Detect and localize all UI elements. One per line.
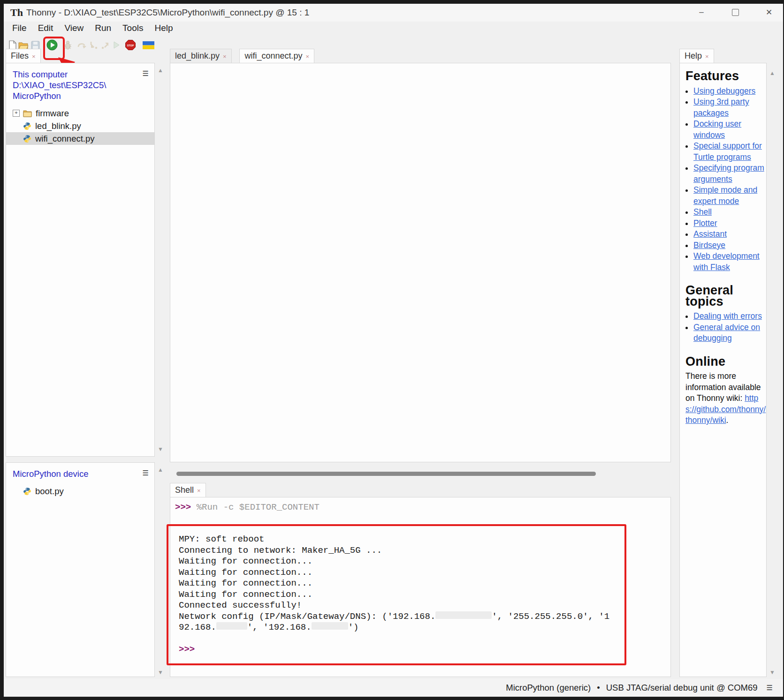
tree-item-boot-py[interactable]: boot.py [6, 485, 154, 497]
help-link-dealing-with-errors[interactable]: Dealing with errors [693, 311, 762, 321]
help-content: FeaturesUsing debuggersUsing 3rd party p… [685, 66, 766, 426]
help-link-list: Dealing with errorsGeneral advice on deb… [685, 311, 766, 344]
tree-item-firmware[interactable]: +firmware [6, 107, 154, 120]
step-over-icon [77, 41, 87, 51]
tree-item-led_blink-py[interactable]: led_blink.py [6, 120, 154, 132]
run-script-button[interactable] [46, 40, 58, 52]
menu-item-view[interactable]: View [59, 23, 89, 33]
help-link-plotter[interactable]: Plotter [693, 218, 717, 228]
menu-item-help[interactable]: Help [149, 23, 178, 33]
help-link-assistant[interactable]: Assistant [693, 229, 727, 239]
menu-bar: FileEditViewRunToolsHelp [4, 22, 783, 35]
shell-panel[interactable]: >>> %Run -c $EDITOR_CONTENT MPY: soft re… [170, 497, 671, 677]
help-link-using-3rd-party-packages[interactable]: Using 3rd party packages [693, 97, 749, 118]
close-icon[interactable]: × [32, 53, 36, 60]
help-link-specifying-program-arguments[interactable]: Specifying program arguments [693, 163, 764, 184]
scroll-down-icon[interactable]: ▼ [156, 669, 165, 676]
help-list-item: Web development with Flask [693, 251, 766, 273]
shell-output-line: Waiting for connection... [179, 556, 609, 567]
shell-text: 92.168. [179, 622, 216, 632]
current-path-line2[interactable]: MicroPython [13, 90, 148, 101]
tab-help[interactable]: Help × [679, 49, 714, 63]
help-heading: General topics [685, 285, 766, 307]
debug-script-button-disabled [62, 40, 73, 52]
help-link-birdseye[interactable]: Birdseye [693, 241, 725, 250]
help-link-docking-user-windows[interactable]: Docking user windows [693, 119, 741, 140]
shell-blank-line [179, 633, 609, 645]
menu-item-tools[interactable]: Tools [117, 23, 149, 33]
close-icon[interactable]: × [223, 53, 227, 60]
expand-icon[interactable]: + [13, 110, 20, 117]
scroll-down-icon[interactable]: ▼ [156, 445, 165, 453]
tab-wifi_connect-py[interactable]: wifi_connect.py× [239, 49, 314, 63]
help-paragraph: There is more information available on T… [685, 371, 766, 426]
help-list-item: Assistant [693, 229, 766, 240]
minimize-button[interactable]: – [694, 6, 709, 19]
status-bar: MicroPython (generic) • USB JTAG/serial … [4, 679, 783, 697]
help-link-web-development-with-flask[interactable]: Web development with Flask [693, 251, 760, 272]
menu-item-run[interactable]: Run [89, 23, 117, 33]
tab-shell[interactable]: Shell × [170, 483, 206, 497]
python-icon [23, 122, 31, 130]
shell-prompt: >>> [175, 502, 191, 512]
shell-command-line: >>> %Run -c $EDITOR_CONTENT [175, 502, 320, 512]
shell-output-line: Connected successfully! [179, 600, 609, 611]
help-link-general-advice-on-debugging[interactable]: General advice on debugging [693, 323, 760, 343]
device-menu-icon[interactable]: ☰ [143, 467, 149, 478]
help-list-item: Dealing with errors [693, 311, 766, 322]
step-into-icon [89, 41, 99, 51]
shell-text: Waiting for connection... [179, 578, 312, 588]
help-link-special-support-for-turtle-programs[interactable]: Special support for Turtle programs [693, 141, 762, 162]
interpreter-label[interactable]: MicroPython (generic) [506, 683, 591, 693]
tab-files[interactable]: Files × [6, 49, 41, 63]
help-list-item: Docking user windows [693, 119, 766, 141]
device-panel-title: MicroPython device [13, 468, 148, 479]
device-tree: boot.py [6, 485, 154, 497]
help-list-item: Specifying program arguments [693, 163, 766, 185]
shell-output-line: MPY: soft reboot [179, 534, 609, 545]
help-suffix: . [726, 415, 729, 425]
close-icon[interactable]: × [705, 53, 709, 60]
stop-restart-button[interactable]: STOP [125, 40, 136, 52]
status-menu-icon[interactable]: ☰ [767, 684, 773, 692]
current-path-line1[interactable]: D:\XIAO_test\ESP32C5\ [13, 80, 148, 90]
redacted-value [312, 622, 348, 630]
desktop-edge-top [0, 0, 784, 4]
close-icon[interactable]: × [197, 487, 201, 494]
help-link-simple-mode-and-expert-mode[interactable]: Simple mode and expert mode [693, 185, 757, 206]
help-link-using-debuggers[interactable]: Using debuggers [693, 86, 755, 96]
close-button[interactable]: ✕ [761, 6, 776, 19]
help-link-shell[interactable]: Shell [693, 207, 712, 217]
help-list-item: Birdseye [693, 240, 766, 251]
redacted-value [435, 611, 492, 619]
files-menu-icon[interactable]: ☰ [143, 68, 149, 79]
scroll-down-icon[interactable]: ▼ [768, 669, 776, 676]
help-list-item: Using 3rd party packages [693, 97, 766, 119]
close-icon[interactable]: × [305, 53, 309, 60]
shell-prompt: >>> [179, 644, 609, 655]
tree-item-wifi_connect-py[interactable]: wifi_connect.py [6, 132, 154, 145]
resume-button-disabled [111, 40, 122, 52]
scroll-up-icon[interactable]: ▲ [156, 466, 165, 474]
shell-text: Waiting for connection... [179, 556, 312, 566]
editor-horizontal-scrollbar[interactable] [170, 468, 671, 479]
files-tree: +firmwareled_blink.pywifi_connect.py [6, 107, 154, 145]
ukraine-flag-button[interactable] [143, 40, 154, 52]
port-label[interactable]: USB JTAG/serial debug unit @ COM69 [606, 683, 758, 693]
menu-item-file[interactable]: File [7, 23, 32, 33]
scroll-up-icon[interactable]: ▲ [768, 69, 776, 77]
files-panel-header: This computer D:\XIAO_test\ESP32C5\ Micr… [6, 63, 154, 101]
scroll-up-icon[interactable]: ▲ [156, 67, 165, 74]
maximize-button[interactable] [728, 6, 743, 19]
desktop-edge-bottom [0, 697, 784, 700]
help-panel: FeaturesUsing debuggersUsing 3rd party p… [679, 63, 767, 677]
shell-text: ', '192.168. [247, 622, 312, 632]
scrollbar-thumb[interactable] [176, 472, 596, 476]
shell-output-line: Waiting for connection... [179, 567, 609, 579]
this-computer-link[interactable]: This computer [13, 69, 148, 80]
tab-led_blink-py[interactable]: led_blink.py× [170, 49, 232, 63]
debug-script-icon [63, 40, 73, 52]
help-list-item: General advice on debugging [693, 322, 766, 344]
menu-item-edit[interactable]: Edit [32, 23, 59, 33]
shell-text: MPY: soft reboot [179, 534, 264, 544]
